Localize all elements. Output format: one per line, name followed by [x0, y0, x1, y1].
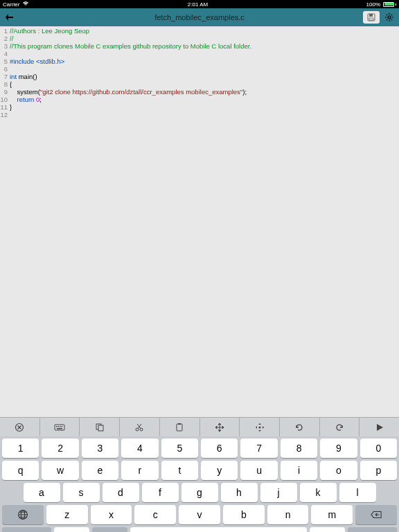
- move-all-button[interactable]: [240, 418, 280, 436]
- line-content[interactable]: int main(): [10, 73, 37, 80]
- line-number: 12: [0, 111, 10, 118]
- line-number: 8: [0, 80, 10, 88]
- key-g[interactable]: g: [181, 483, 218, 502]
- line-content[interactable]: {: [10, 80, 12, 88]
- key-v[interactable]: v: [179, 505, 220, 524]
- delete-button[interactable]: [0, 418, 40, 436]
- line-content[interactable]: return 0;: [10, 96, 42, 103]
- space-key[interactable]: space: [130, 527, 307, 532]
- backspace-key[interactable]: [355, 505, 397, 524]
- key-k[interactable]: k: [300, 483, 337, 502]
- code-editor[interactable]: 1//Authors : Lee Jeong Seop2//3//This pr…: [0, 26, 399, 417]
- key-r[interactable]: r: [121, 461, 158, 480]
- key-c[interactable]: c: [134, 505, 176, 524]
- code-line: 2//: [0, 35, 399, 42]
- line-content[interactable]: //Authors : Lee Jeong Seop: [10, 27, 89, 35]
- line-number: 5: [0, 57, 10, 65]
- line-content[interactable]: #include <stdlib.h>: [10, 57, 64, 65]
- code-line: 10 return 0;: [0, 96, 399, 103]
- line-number: 2: [0, 35, 10, 42]
- keyboard-button[interactable]: [40, 418, 80, 436]
- key-x[interactable]: x: [91, 505, 132, 524]
- header-bar: fetch_mobilec_examples.c: [0, 8, 399, 26]
- key-p[interactable]: p: [360, 461, 397, 480]
- symbols-key[interactable]: #+=: [2, 527, 51, 532]
- line-content[interactable]: system("git2 clone https://github.com/dz…: [10, 88, 247, 96]
- key-n[interactable]: n: [267, 505, 309, 524]
- key-q[interactable]: q: [2, 461, 39, 480]
- key-w[interactable]: w: [42, 461, 78, 480]
- virtual-keyboard: 1234567890 qwertyuiop asdfghjkl zxcvbnm …: [0, 436, 399, 532]
- key-h[interactable]: h: [221, 483, 258, 502]
- return-key[interactable]: [348, 527, 397, 532]
- line-number: 11: [0, 103, 10, 111]
- key-7[interactable]: 7: [240, 438, 277, 458]
- key-j[interactable]: j: [260, 483, 297, 502]
- comma-key[interactable]: ,: [54, 527, 89, 532]
- status-bar: Carrier 2:01 AM 100%: [0, 0, 399, 8]
- key-o[interactable]: o: [320, 461, 357, 480]
- move-button[interactable]: [200, 418, 240, 436]
- key-5[interactable]: 5: [161, 438, 198, 458]
- code-line: 11}: [0, 103, 399, 111]
- key-i[interactable]: i: [281, 461, 317, 480]
- key-u[interactable]: u: [240, 461, 277, 480]
- key-z[interactable]: z: [46, 505, 88, 524]
- svg-rect-2: [369, 18, 373, 20]
- svg-rect-1: [369, 14, 373, 17]
- globe-key[interactable]: [2, 505, 44, 524]
- key-a[interactable]: a: [24, 483, 60, 502]
- redo-button[interactable]: [320, 418, 360, 436]
- editor-toolbar: [0, 417, 399, 436]
- key-2[interactable]: 2: [42, 438, 78, 458]
- copy-button[interactable]: [80, 418, 120, 436]
- code-line: 1//Authors : Lee Jeong Seop: [0, 27, 399, 35]
- line-number: 4: [0, 50, 10, 57]
- settings-button[interactable]: [382, 10, 396, 24]
- line-number: 7: [0, 73, 10, 80]
- key-y[interactable]: y: [201, 461, 238, 480]
- svg-rect-7: [58, 426, 60, 427]
- code-line: 3//This program clones Mobile C examples…: [0, 42, 399, 50]
- code-line: 6: [0, 65, 399, 73]
- line-content[interactable]: //This program clones Mobile C examples …: [10, 42, 251, 50]
- save-button[interactable]: [363, 11, 380, 24]
- mic-key[interactable]: [92, 527, 127, 532]
- key-0[interactable]: 0: [360, 438, 397, 458]
- battery-pct: 100%: [366, 1, 380, 8]
- svg-rect-5: [55, 425, 64, 430]
- svg-rect-10: [57, 428, 62, 429]
- key-e[interactable]: e: [82, 461, 118, 480]
- svg-point-3: [388, 16, 391, 19]
- line-content[interactable]: //: [10, 35, 13, 42]
- key-s[interactable]: s: [63, 483, 100, 502]
- key-t[interactable]: t: [161, 461, 198, 480]
- key-1[interactable]: 1: [2, 438, 39, 458]
- key-8[interactable]: 8: [281, 438, 317, 458]
- code-line: 7int main(): [0, 73, 399, 80]
- back-button[interactable]: [0, 8, 19, 26]
- key-f[interactable]: f: [142, 483, 179, 502]
- svg-rect-15: [177, 424, 182, 431]
- period-key[interactable]: .: [310, 527, 345, 532]
- carrier-label: Carrier: [3, 1, 19, 8]
- status-time: 2:01 AM: [188, 1, 208, 8]
- key-4[interactable]: 4: [121, 438, 158, 458]
- line-content[interactable]: }: [10, 103, 12, 111]
- key-6[interactable]: 6: [201, 438, 238, 458]
- key-d[interactable]: d: [103, 483, 139, 502]
- svg-rect-12: [98, 425, 103, 431]
- code-line: 4: [0, 50, 399, 57]
- key-3[interactable]: 3: [82, 438, 118, 458]
- key-b[interactable]: b: [223, 505, 265, 524]
- key-m[interactable]: m: [311, 505, 353, 524]
- key-9[interactable]: 9: [320, 438, 357, 458]
- wifi-icon: [22, 1, 29, 8]
- paste-button[interactable]: [160, 418, 200, 436]
- key-l[interactable]: l: [339, 483, 376, 502]
- run-button[interactable]: [360, 418, 399, 436]
- undo-button[interactable]: [280, 418, 320, 436]
- code-line: 5#include <stdlib.h>: [0, 57, 399, 65]
- svg-rect-8: [60, 426, 61, 427]
- cut-button[interactable]: [120, 418, 160, 436]
